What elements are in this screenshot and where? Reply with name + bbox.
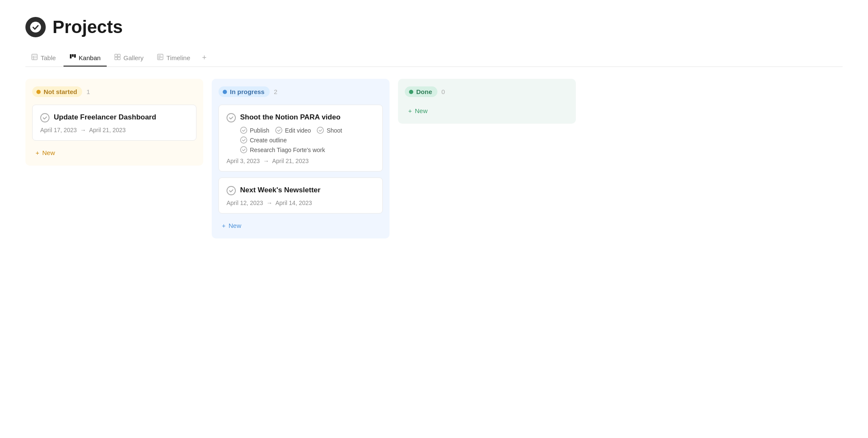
- check-icon: [40, 113, 50, 122]
- subtask-create-outline: Create outline: [240, 136, 369, 144]
- tab-table-label: Table: [41, 54, 56, 61]
- timeline-icon: [157, 54, 163, 61]
- svg-point-15: [240, 127, 247, 133]
- subtask-check-icon-5: [240, 146, 247, 153]
- dot-done: [409, 90, 413, 94]
- page-icon: [25, 17, 46, 37]
- card-title-row-para: Shoot the Notion PARA video: [227, 113, 375, 122]
- new-button-done[interactable]: + New: [405, 105, 431, 117]
- tab-kanban-label: Kanban: [79, 54, 101, 61]
- svg-point-14: [227, 114, 235, 122]
- card-date-freelancer: April 17, 2023 → April 21, 2023: [40, 127, 188, 133]
- check-icon-newsletter: [227, 186, 236, 195]
- dot-not-started: [36, 90, 41, 94]
- tabs-bar: Table Kanban Gallery: [25, 49, 843, 67]
- svg-rect-1: [32, 54, 37, 60]
- col-header-done: Done 0: [405, 86, 569, 97]
- card-date-para: April 3, 2023 → April 21, 2023: [227, 158, 375, 164]
- card-title-freelancer: Update Freelancer Dashboard: [54, 113, 156, 122]
- kanban-board: Not started 1 Update Freelancer Dashboar…: [25, 79, 843, 238]
- status-badge-not-started: Not started: [32, 86, 82, 97]
- svg-point-18: [240, 137, 247, 143]
- subtask-shoot: Shoot: [317, 127, 342, 134]
- tab-gallery[interactable]: Gallery: [108, 50, 150, 67]
- column-not-started: Not started 1 Update Freelancer Dashboar…: [25, 79, 203, 166]
- svg-rect-7: [115, 57, 117, 60]
- status-badge-in-progress: In progress: [218, 86, 270, 97]
- card-title-para: Shoot the Notion PARA video: [240, 113, 340, 122]
- new-button-not-started[interactable]: + New: [32, 147, 58, 159]
- svg-rect-8: [118, 57, 120, 60]
- svg-point-19: [240, 147, 247, 153]
- column-done: Done 0 + New: [398, 79, 576, 124]
- tab-timeline-label: Timeline: [166, 54, 190, 61]
- subtask-check-icon: [240, 127, 247, 134]
- new-button-in-progress[interactable]: + New: [218, 219, 245, 232]
- col-count-done: 0: [442, 88, 445, 95]
- subtask-research: Research Tiago Forte's work: [240, 146, 369, 153]
- col-header-in-progress: In progress 2: [218, 86, 383, 97]
- page-title: Projects: [53, 17, 123, 37]
- card-title-row: Update Freelancer Dashboard: [40, 113, 188, 122]
- page-header: Projects: [25, 17, 843, 37]
- col-label-in-progress: In progress: [230, 88, 265, 95]
- svg-rect-6: [118, 54, 120, 57]
- kanban-icon: [69, 54, 76, 61]
- svg-point-20: [227, 186, 235, 195]
- card-newsletter[interactable]: Next Week's Newsletter April 12, 2023 → …: [218, 177, 383, 213]
- col-header-not-started: Not started 1: [32, 86, 196, 97]
- plus-icon-not-started: +: [36, 149, 39, 156]
- card-update-freelancer[interactable]: Update Freelancer Dashboard April 17, 20…: [32, 105, 196, 141]
- subtask-publish: Publish: [240, 127, 269, 134]
- col-count-not-started: 1: [86, 88, 90, 95]
- column-in-progress: In progress 2 Shoot the Notion PARA vide…: [212, 79, 390, 238]
- check-icon-para: [227, 113, 236, 122]
- svg-point-16: [276, 127, 282, 133]
- svg-point-13: [41, 114, 49, 122]
- col-label-not-started: Not started: [44, 88, 77, 95]
- plus-icon-done: +: [408, 107, 412, 114]
- svg-point-17: [317, 127, 323, 133]
- subtask-check-icon-2: [275, 127, 282, 134]
- tab-timeline[interactable]: Timeline: [151, 50, 196, 67]
- dot-in-progress: [223, 90, 227, 94]
- add-view-button[interactable]: +: [198, 49, 211, 67]
- tab-table[interactable]: Table: [25, 50, 62, 67]
- table-icon: [31, 54, 38, 61]
- gallery-icon: [114, 54, 121, 61]
- tab-kanban[interactable]: Kanban: [64, 50, 107, 67]
- card-notion-para[interactable]: Shoot the Notion PARA video Publish Edit…: [218, 105, 383, 172]
- subtask-check-icon-4: [240, 136, 247, 144]
- card-title-newsletter: Next Week's Newsletter: [240, 186, 321, 195]
- svg-point-0: [30, 22, 41, 33]
- subtasks-para: Publish Edit video Shoot: [227, 127, 375, 153]
- svg-rect-5: [115, 54, 117, 57]
- col-count-in-progress: 2: [274, 88, 277, 95]
- plus-icon-in-progress: +: [222, 222, 226, 229]
- subtask-edit-video: Edit video: [275, 127, 311, 134]
- card-title-row-newsletter: Next Week's Newsletter: [227, 186, 375, 195]
- tab-gallery-label: Gallery: [124, 54, 144, 61]
- card-date-newsletter: April 12, 2023 → April 14, 2023: [227, 200, 375, 206]
- status-badge-done: Done: [405, 86, 437, 97]
- col-label-done: Done: [416, 88, 432, 95]
- subtask-check-icon-3: [317, 127, 324, 134]
